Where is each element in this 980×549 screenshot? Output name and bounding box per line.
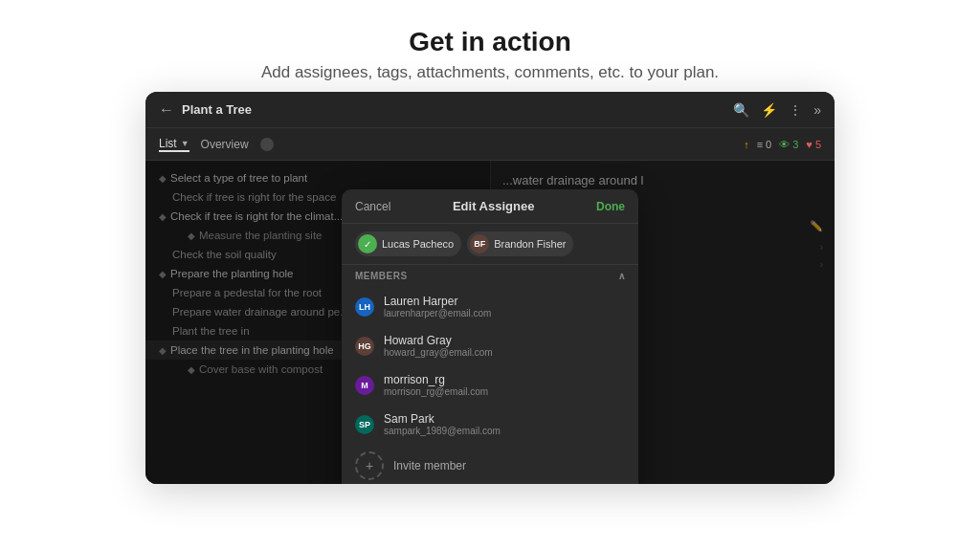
member-email-howard: howard_gray@email.com — [384, 347, 493, 358]
badge-eye: 👁3 — [779, 139, 798, 150]
member-info-morrison: morrison_rg morrison_rg@email.com — [384, 373, 488, 397]
avatar-lauren: LH — [355, 297, 374, 317]
member-name-morrison: morrison_rg — [384, 373, 488, 386]
assignee-chip-brandon[interactable]: BF Brandon Fisher — [467, 231, 573, 256]
badge-list: ≡0 — [757, 139, 772, 150]
filter-icon[interactable]: ⚡ — [761, 102, 777, 118]
member-row-sam[interactable]: SP Sam Park sampark_1989@email.com — [342, 405, 638, 444]
avatar-howard: HG — [355, 337, 374, 356]
member-email-morrison: morrison_rg@email.com — [384, 386, 488, 397]
main-content: ◆Select a type of tree to plant Check if… — [145, 161, 835, 484]
app-frame: ← Plant a Tree 🔍 ⚡ ⋮ » List ▼ Overview ↑ — [145, 92, 835, 484]
search-icon[interactable]: 🔍 — [733, 102, 749, 118]
sub-bar: List ▼ Overview ↑ ≡0 👁3 ♥5 — [145, 128, 835, 161]
tab-dot[interactable] — [260, 138, 274, 151]
top-bar-icons: 🔍 ⚡ ⋮ » — [733, 102, 821, 118]
modal-overlay: Cancel Edit Assignee Done ✓ Lucas Pachec… — [145, 161, 835, 484]
tab-list[interactable]: List ▼ — [159, 137, 189, 152]
hero-subtitle: Add assignees, tags, attachments, commen… — [261, 63, 719, 82]
member-info-sam: Sam Park sampark_1989@email.com — [384, 412, 501, 436]
selected-assignees: ✓ Lucas Pacheco BF Brandon Fisher — [342, 224, 638, 265]
avatar-morrison: M — [355, 376, 374, 395]
avatar-sam: SP — [355, 415, 374, 434]
member-row-morrison[interactable]: M morrison_rg morrison_rg@email.com — [342, 365, 638, 405]
modal-header: Cancel Edit Assignee Done — [342, 189, 638, 224]
member-name-howard: Howard Gray — [384, 334, 493, 347]
hero-title: Get in action — [261, 27, 719, 57]
member-name-lauren: Lauren Harper — [384, 295, 491, 308]
member-name-sam: Sam Park — [384, 412, 501, 426]
assignee-avatar-brandon: BF — [470, 234, 489, 253]
assignee-name-brandon: Brandon Fisher — [494, 238, 566, 250]
edit-assignee-modal: Cancel Edit Assignee Done ✓ Lucas Pachec… — [342, 189, 638, 484]
assignee-name-lucas: Lucas Pacheco — [382, 238, 454, 250]
invite-icon: + — [355, 451, 384, 480]
collapse-icon[interactable]: ∧ — [618, 271, 626, 281]
modal-done-button[interactable]: Done — [596, 200, 625, 213]
hero-section: Get in action Add assignees, tags, attac… — [261, 0, 719, 82]
invite-member-row[interactable]: + Invite member — [342, 444, 638, 484]
page-wrapper: Get in action Add assignees, tags, attac… — [0, 0, 980, 549]
top-bar: ← Plant a Tree 🔍 ⚡ ⋮ » — [145, 92, 835, 128]
member-info-lauren: Lauren Harper laurenharper@email.com — [384, 295, 491, 318]
assignee-chip-lucas[interactable]: ✓ Lucas Pacheco — [355, 231, 461, 256]
assignee-check-icon: ✓ — [358, 234, 377, 253]
members-section-header: MEMBERS ∧ — [342, 265, 638, 287]
tab-overview[interactable]: Overview — [201, 138, 249, 151]
more-icon[interactable]: ⋮ — [789, 102, 802, 118]
member-info-howard: Howard Gray howard_gray@email.com — [384, 334, 493, 358]
sub-bar-right: ↑ ≡0 👁3 ♥5 — [744, 139, 821, 150]
badge-heart: ♥5 — [806, 139, 821, 150]
modal-title: Edit Assignee — [453, 199, 534, 213]
member-row-howard[interactable]: HG Howard Gray howard_gray@email.com — [342, 326, 638, 365]
member-email-sam: sampark_1989@email.com — [384, 426, 501, 436]
expand-icon[interactable]: » — [813, 102, 821, 118]
project-title: Plant a Tree — [182, 102, 733, 117]
invite-label: Invite member — [393, 459, 466, 472]
member-email-lauren: laurenharper@email.com — [384, 308, 491, 318]
member-row-lauren[interactable]: LH Lauren Harper laurenharper@email.com — [342, 287, 638, 326]
modal-cancel-button[interactable]: Cancel — [355, 200, 390, 213]
badge-arrow: ↑ — [744, 139, 749, 150]
back-button[interactable]: ← — [159, 101, 174, 119]
